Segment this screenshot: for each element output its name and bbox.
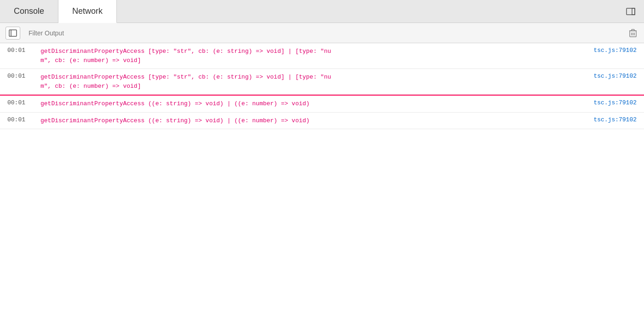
toolbar xyxy=(0,23,644,43)
tab-console[interactable]: Console xyxy=(0,0,58,23)
log-message: getDiscriminantPropertyAccess [type: "st… xyxy=(37,72,586,91)
svg-rect-0 xyxy=(627,8,635,15)
log-entry: 00:01 getDiscriminantPropertyAccess [typ… xyxy=(0,69,644,95)
svg-rect-2 xyxy=(9,30,17,36)
filter-input[interactable] xyxy=(25,27,623,40)
log-timestamp: 00:01 xyxy=(0,46,37,55)
console-output: 00:01 getDiscriminantPropertyAccess [typ… xyxy=(0,43,644,324)
clear-button[interactable] xyxy=(627,28,638,39)
tab-network[interactable]: Network xyxy=(58,0,117,23)
window-controls xyxy=(618,0,644,23)
trash-icon xyxy=(629,29,637,37)
tab-network-label: Network xyxy=(72,6,103,16)
sidebar-toggle-button[interactable] xyxy=(6,27,20,40)
log-timestamp: 00:01 xyxy=(0,115,37,124)
log-timestamp: 00:01 xyxy=(0,72,37,80)
log-source[interactable]: tsc.js:79102 xyxy=(586,115,644,124)
sidebar-icon xyxy=(9,29,17,37)
log-source[interactable]: tsc.js:79102 xyxy=(586,46,644,55)
log-message: getDiscriminantPropertyAccess ((e: strin… xyxy=(37,115,586,126)
log-source[interactable]: tsc.js:79102 xyxy=(586,72,644,80)
devtools-panel: Console Network xyxy=(0,0,644,324)
log-source[interactable]: tsc.js:79102 xyxy=(586,98,644,107)
log-message: getDiscriminantPropertyAccess [type: "st… xyxy=(37,46,586,66)
tab-bar: Console Network xyxy=(0,0,644,23)
log-entry: 00:01 getDiscriminantPropertyAccess ((e:… xyxy=(0,113,644,130)
tab-console-label: Console xyxy=(14,6,44,16)
tab-spacer xyxy=(117,0,618,23)
log-message: getDiscriminantPropertyAccess ((e: strin… xyxy=(37,98,586,109)
log-timestamp: 00:01 xyxy=(0,98,37,107)
window-icon xyxy=(626,7,637,16)
log-entry: 00:01 getDiscriminantPropertyAccess [typ… xyxy=(0,43,644,69)
svg-rect-1 xyxy=(632,8,635,15)
log-entry: 00:01 getDiscriminantPropertyAccess ((e:… xyxy=(0,95,644,113)
